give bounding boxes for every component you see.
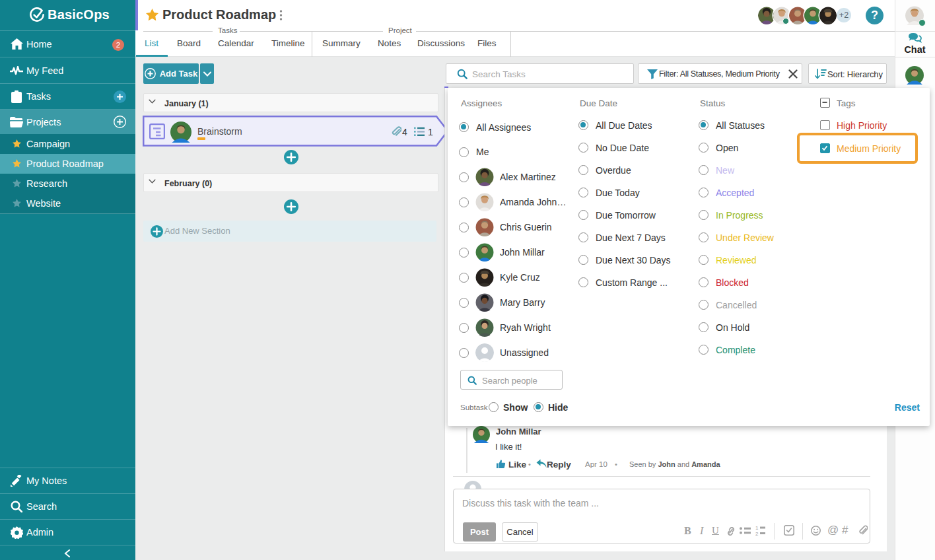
svg-text:2: 2 <box>755 531 759 536</box>
